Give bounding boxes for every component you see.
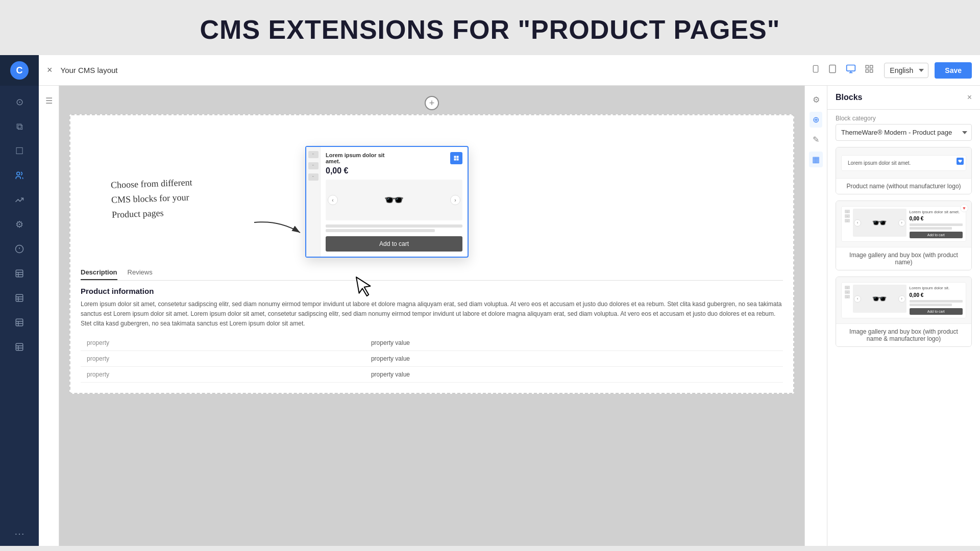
language-select[interactable]: English German	[884, 63, 928, 78]
content-area: × Your CMS layout English Ge	[39, 55, 980, 546]
sidebar-item-settings[interactable]: ⚙	[8, 213, 31, 236]
device-icons	[810, 62, 876, 79]
block-label-2: Image gallery and buy box (with product …	[836, 247, 971, 270]
close-button[interactable]: ×	[47, 65, 53, 76]
svg-rect-4	[16, 270, 23, 277]
sidebar-item-pages[interactable]: ⧉	[8, 115, 31, 138]
add-strip-icon[interactable]: ⊕	[810, 112, 822, 128]
main-container: C ⊙ ⧉ ☐ ⚙ ⋯ ×	[0, 55, 980, 546]
add-to-cart-button[interactable]: Add to cart	[326, 236, 462, 252]
page-title: CMS EXTENSIONS FOR "PRODUCT PAGES"	[0, 14, 980, 45]
blocks-title: Blocks	[836, 93, 862, 102]
block-preview-1: Lorem ipsum dolor sit amet.	[836, 147, 971, 178]
edit-strip-icon[interactable]: ✎	[810, 132, 822, 147]
sidebar-item-products[interactable]: ☐	[8, 140, 31, 162]
sidebar-item-analytics[interactable]	[8, 238, 31, 260]
panel-toggle-icon[interactable]: ☰	[41, 92, 57, 110]
desktop-icon[interactable]	[843, 62, 859, 79]
tablet-icon[interactable]	[826, 62, 839, 79]
svg-rect-30	[870, 70, 873, 72]
popup-controls: " " "	[306, 147, 321, 257]
property-value-3: property value	[365, 366, 783, 382]
block3-glasses-img: 🕶️	[872, 292, 887, 306]
grid-view-icon[interactable]	[863, 62, 876, 78]
blocks-close-button[interactable]: ×	[967, 93, 972, 102]
popup-inner: " " " Lorem ipsum dolor sit amet.	[306, 147, 468, 257]
table-row: property property value	[81, 335, 783, 351]
blocks-category-select[interactable]: ThemeWare® Modern - Product page	[836, 124, 972, 141]
block-preview-2: - - - 🕶️ ‹ ›	[836, 201, 971, 247]
sidebar: C ⊙ ⧉ ☐ ⚙ ⋯	[0, 55, 39, 546]
product-info-title: Product information	[81, 287, 783, 295]
block2-price: 0,00 €	[910, 216, 963, 221]
top-banner: CMS EXTENSIONS FOR "PRODUCT PAGES"	[0, 0, 980, 55]
blocks-panel: Blocks × Block category ThemeWare® Moder…	[827, 86, 980, 546]
toolbar-right: English German Save	[884, 62, 972, 79]
popup-content: Lorem ipsum dolor sit amet. 0,00 € ‹ 🕶	[321, 147, 468, 257]
sidebar-item-dashboard[interactable]: ⊙	[8, 91, 31, 113]
property-value-1: property value	[365, 335, 783, 351]
sidebar-more[interactable]: ⋯	[14, 528, 24, 540]
sidebar-item-table1[interactable]	[8, 262, 31, 285]
canvas-area[interactable]: + Choose from differentCMS blocks for yo…	[59, 86, 804, 546]
sidebar-item-marketing[interactable]	[8, 189, 31, 211]
sidebar-item-users[interactable]	[8, 164, 31, 187]
svg-rect-20	[814, 65, 818, 72]
property-name-3: property	[81, 366, 365, 382]
block-card-2[interactable]: - - - 🕶️ ‹ ›	[836, 201, 972, 270]
sidebar-item-table3[interactable]	[8, 311, 31, 334]
product-popup[interactable]: " " " Lorem ipsum dolor sit amet.	[305, 146, 469, 258]
save-button[interactable]: Save	[935, 62, 972, 79]
svg-rect-16	[16, 343, 23, 350]
desc-line-2	[326, 229, 435, 232]
gallery-next[interactable]: ›	[450, 195, 460, 205]
block2-gallery-next: ›	[898, 219, 905, 227]
left-panel-toggle: ☰	[39, 86, 59, 546]
svg-rect-35	[457, 159, 459, 161]
svg-rect-34	[454, 159, 456, 161]
block-card-1[interactable]: Lorem ipsum dolor sit amet. Product name…	[836, 147, 972, 194]
block-label-1: Product name (without manufacturer logo)	[836, 178, 971, 194]
toolbar: × Your CMS layout English Ge	[39, 55, 980, 86]
popup-ctrl-3: "	[308, 173, 318, 181]
editor-wrapper: ☰ + Choose from differentCMS blocks for …	[39, 86, 980, 546]
svg-rect-29	[866, 70, 869, 72]
block-label-3: Image gallery and buy box (with product …	[836, 323, 971, 346]
sidebar-item-table2[interactable]	[8, 287, 31, 309]
add-section-button[interactable]: +	[425, 96, 439, 110]
block2-add-btn: Add to cart	[910, 232, 963, 238]
block-preview-3: - - - 🕶️ ‹ ›	[836, 277, 971, 323]
table-row: property property value	[81, 350, 783, 366]
settings-strip-icon[interactable]: ⚙	[810, 92, 823, 108]
property-name-1: property	[81, 335, 365, 351]
blocks-category-label: Block category	[827, 110, 980, 124]
block-card-3[interactable]: - - - 🕶️ ‹ ›	[836, 277, 972, 346]
blocks-strip-icon[interactable]: ▦	[809, 152, 823, 167]
sidebar-logo[interactable]: C	[0, 55, 39, 86]
sidebar-item-table4[interactable]	[8, 336, 31, 358]
blocks-list: Lorem ipsum dolor sit amet. Product name…	[827, 147, 980, 546]
block2-line2	[910, 227, 952, 230]
tab-description[interactable]: Description	[81, 268, 117, 280]
block3-add-btn: Add to cart	[910, 308, 963, 315]
block3-gallery-next: ›	[898, 295, 905, 303]
product-description-section: Description Reviews Product information …	[81, 268, 783, 383]
svg-rect-8	[16, 294, 23, 302]
table-row: property property value	[81, 366, 783, 382]
popup-product-title: Lorem ipsum dolor sit amet.	[326, 152, 387, 164]
gallery-prev[interactable]: ‹	[328, 195, 338, 205]
popup-ctrl-1: "	[308, 151, 318, 158]
tab-reviews[interactable]: Reviews	[128, 268, 153, 280]
mobile-icon[interactable]	[810, 62, 822, 79]
svg-rect-12	[16, 319, 23, 326]
logo-circle: C	[10, 61, 29, 80]
desc-line-1	[326, 224, 462, 228]
popup-desc-lines	[326, 224, 462, 232]
svg-rect-32	[454, 156, 456, 158]
popup-header: Lorem ipsum dolor sit amet.	[326, 152, 462, 164]
right-strip: ⚙ ⊕ ✎ ▦	[804, 86, 827, 546]
block3-line1	[910, 300, 963, 303]
block3-text: Lorem ipsum dolor sit.	[910, 286, 963, 291]
product-tabs: Description Reviews	[81, 268, 783, 281]
svg-rect-24	[847, 65, 855, 71]
